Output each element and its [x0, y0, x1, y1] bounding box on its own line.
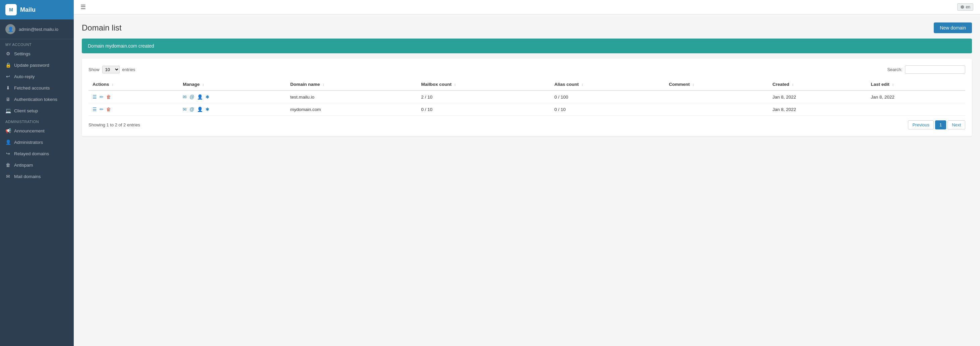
monitor-icon: 🖥: [5, 97, 11, 102]
row1-alias-count: 0 / 100: [550, 91, 665, 103]
sort-comment-icon[interactable]: ↕: [692, 83, 694, 86]
row2-comment: [665, 103, 768, 116]
sort-alias-icon[interactable]: ↕: [582, 83, 584, 86]
row2-actions: ☰ ✏ 🗑: [89, 103, 179, 116]
announcement-icon: 📢: [5, 128, 11, 134]
alert-banner: Domain mydomain.com created: [82, 38, 972, 53]
row1-at-icon[interactable]: @: [189, 94, 194, 100]
sidebar-item-update-password[interactable]: 🔒 Update password: [0, 59, 74, 71]
sidebar-label-settings: Settings: [14, 51, 30, 56]
pagination: Previous 1 Next: [908, 120, 965, 129]
sidebar-item-announcement[interactable]: 📢 Announcement: [0, 125, 74, 136]
col-mailbox-count: Mailbox count ↕: [417, 78, 550, 91]
table-controls: Show 10 25 50 100 entries Search:: [89, 65, 965, 74]
row1-edit-icon[interactable]: ✏: [100, 94, 103, 100]
sort-mailbox-icon[interactable]: ↕: [454, 83, 456, 86]
previous-button[interactable]: Previous: [908, 120, 934, 129]
col-domain-name: Domain name ↕: [286, 78, 417, 91]
row1-mailbox-count: 2 / 10: [417, 91, 550, 103]
sidebar-item-antispam[interactable]: 🗑 Antispam: [0, 159, 74, 171]
relay-icon: ↪: [5, 151, 11, 156]
search-box: Search:: [887, 65, 965, 74]
row2-list-icon[interactable]: ☰: [92, 107, 97, 112]
row1-comment: [665, 91, 768, 103]
sort-domain-icon[interactable]: ↕: [323, 83, 325, 86]
hamburger-button[interactable]: ☰: [80, 3, 86, 11]
page-1-button[interactable]: 1: [935, 120, 946, 129]
row2-edit-icon[interactable]: ✏: [100, 107, 103, 112]
mail-icon: ✉: [5, 174, 11, 179]
row1-delete-icon[interactable]: 🗑: [106, 94, 111, 100]
domains-table: Actions ↕ Manage ↕ Domain name ↕ Mailb: [89, 78, 965, 116]
language-badge[interactable]: ☸ en: [957, 3, 973, 11]
row1-manage: ✉ @ 👤 ✱: [179, 91, 286, 103]
row2-at-icon[interactable]: @: [189, 107, 194, 112]
col-comment: Comment ↕: [665, 78, 768, 91]
sort-created-icon[interactable]: ↕: [792, 83, 794, 86]
sidebar-label-update-password: Update password: [14, 63, 49, 68]
sidebar-item-relayed-domains[interactable]: ↪ Relayed domains: [0, 148, 74, 159]
sidebar-item-mail-domains[interactable]: ✉ Mail domains: [0, 171, 74, 182]
col-last-edit: Last edit ↕: [867, 78, 965, 91]
row1-actions: ☰ ✏ 🗑: [89, 91, 179, 103]
reply-icon: ↩: [5, 74, 11, 79]
entries-select[interactable]: 10 25 50 100: [102, 66, 120, 73]
sidebar-label-announcement: Announcement: [14, 128, 45, 134]
row2-domain-name: mydomain.com: [286, 103, 417, 116]
row2-email-icon[interactable]: ✉: [183, 107, 187, 112]
search-input[interactable]: [905, 65, 965, 74]
content-area: Domain list New domain Domain mydomain.c…: [74, 14, 980, 346]
avatar: 👤: [5, 24, 16, 34]
sidebar-item-auto-reply[interactable]: ↩ Auto-reply: [0, 71, 74, 82]
sidebar-item-settings[interactable]: ⚙ Settings: [0, 48, 74, 59]
col-actions: Actions ↕: [89, 78, 179, 91]
next-button[interactable]: Next: [948, 120, 965, 129]
row2-created: Jan 8, 2022: [768, 103, 867, 116]
sidebar-item-authentication-tokens[interactable]: 🖥 Authentication tokens: [0, 94, 74, 105]
show-label: Show: [89, 67, 100, 72]
administration-section-label: ADMINISTRATION: [0, 116, 74, 125]
app-name: Mailu: [20, 6, 35, 13]
accessibility-icon: ☸: [960, 4, 964, 10]
new-domain-button[interactable]: New domain: [934, 22, 972, 33]
lang-text: en: [966, 5, 970, 10]
sidebar-label-relayed-domains: Relayed domains: [14, 151, 49, 156]
row2-delete-icon[interactable]: 🗑: [106, 107, 111, 112]
sidebar-item-administrators[interactable]: 👤 Administrators: [0, 136, 74, 148]
row1-email-icon[interactable]: ✉: [183, 94, 187, 100]
col-manage: Manage ↕: [179, 78, 286, 91]
sidebar-item-fetched-accounts[interactable]: ⬇ Fetched accounts: [0, 82, 74, 94]
row2-star-icon[interactable]: ✱: [205, 107, 210, 112]
row2-mailbox-count: 0 / 10: [417, 103, 550, 116]
user-email: admin@test.mailu.io: [19, 27, 58, 32]
sort-actions-icon[interactable]: ↕: [111, 83, 114, 86]
sidebar-label-auth-tokens: Authentication tokens: [14, 97, 57, 102]
user-section: 👤 admin@test.mailu.io: [0, 19, 74, 39]
row2-user-icon[interactable]: 👤: [197, 107, 203, 112]
download-icon: ⬇: [5, 85, 11, 91]
row1-list-icon[interactable]: ☰: [92, 94, 97, 100]
page-title: Domain list: [82, 23, 122, 32]
sidebar-label-administrators: Administrators: [14, 140, 43, 145]
admin-icon: 👤: [5, 139, 11, 145]
sidebar-label-antispam: Antispam: [14, 163, 33, 167]
sidebar-label-fetched-accounts: Fetched accounts: [14, 86, 50, 91]
main-area: ☰ ☸ en Domain list New domain Domain myd…: [74, 0, 980, 346]
sidebar: M Mailu 👤 admin@test.mailu.io MY ACCOUNT…: [0, 0, 74, 346]
row1-star-icon[interactable]: ✱: [205, 94, 210, 100]
row2-manage: ✉ @ 👤 ✱: [179, 103, 286, 116]
table-row: ☰ ✏ 🗑 ✉ @ 👤 ✱: [89, 103, 965, 116]
sidebar-label-auto-reply: Auto-reply: [14, 74, 35, 79]
topbar: ☰ ☸ en: [74, 0, 980, 14]
sort-last-edit-icon[interactable]: ↕: [892, 83, 894, 86]
sidebar-header[interactable]: M Mailu: [0, 0, 74, 19]
table-header-row: Actions ↕ Manage ↕ Domain name ↕ Mailb: [89, 78, 965, 91]
show-entries: Show 10 25 50 100 entries: [89, 66, 135, 73]
row1-user-icon[interactable]: 👤: [197, 94, 203, 100]
entries-label: entries: [123, 67, 135, 72]
trash-icon: 🗑: [5, 162, 11, 167]
my-account-section-label: MY ACCOUNT: [0, 39, 74, 48]
sidebar-item-client-setup[interactable]: 💻 Client setup: [0, 105, 74, 116]
sort-manage-icon[interactable]: ↕: [202, 83, 204, 86]
row1-last-edit: Jan 8, 2022: [867, 91, 965, 103]
